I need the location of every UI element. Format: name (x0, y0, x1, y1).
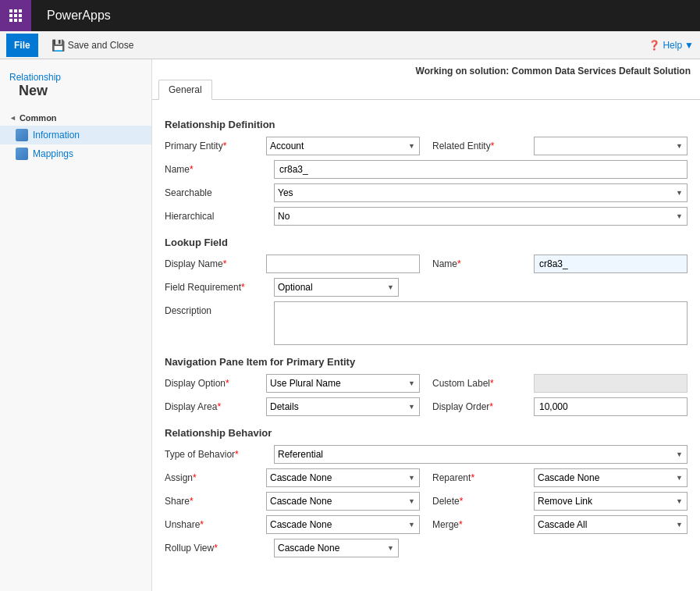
field-requirement-row: Field Requirement* Optional Business Req… (165, 278, 688, 297)
searchable-select[interactable]: Yes No (274, 183, 688, 202)
custom-label-input[interactable] (534, 374, 688, 393)
tabs: General (152, 80, 700, 100)
related-entity-label: Related Entity* (432, 137, 534, 155)
share-select-wrapper: Cascade None Cascade All (266, 492, 420, 511)
display-option-select[interactable]: Use Plural Name Use Custom Label Do Not … (266, 374, 420, 393)
svg-rect-1 (14, 9, 17, 12)
related-entity-col: Related Entity* (432, 137, 688, 155)
sidebar-section-title[interactable]: Common (0, 110, 151, 126)
reparent-label: Reparent* (432, 468, 534, 487)
navigation-pane-title: Navigation Pane Item for Primary Entity (165, 356, 688, 368)
primary-entity-select-wrapper: Account (266, 137, 420, 155)
merge-label: Merge* (432, 515, 534, 534)
description-label: Description (165, 301, 274, 320)
working-on-label: Working on solution: Common Data Service… (152, 59, 700, 80)
name-input[interactable] (274, 160, 688, 179)
display-area-label: Display Area* (165, 397, 266, 416)
lookup-name-col: Name* (432, 255, 688, 273)
name-row: Name* (165, 160, 688, 179)
help-icon: ❓ (648, 40, 660, 51)
save-button[interactable]: 💾 Save and Close (44, 36, 141, 55)
rollup-view-select[interactable]: Cascade None Cascade All (274, 539, 399, 557)
merge-select[interactable]: Cascade All Cascade None (534, 515, 688, 534)
reparent-select[interactable]: Cascade None Cascade All (534, 468, 688, 487)
field-requirement-select[interactable]: Optional Business Required Business Reco… (274, 278, 399, 297)
sidebar-header: Relationship New (0, 67, 151, 107)
display-name-label: Display Name* (165, 255, 266, 273)
lookup-name-label: Name* (432, 255, 534, 273)
delete-label: Delete* (432, 492, 534, 511)
main-panel: Working on solution: Common Data Service… (152, 59, 700, 591)
svg-rect-6 (9, 19, 12, 22)
unshare-select-wrapper: Cascade None Cascade All (266, 515, 420, 534)
share-col: Share* Cascade None Cascade All (165, 492, 420, 511)
display-option-label: Display Option* (165, 374, 266, 393)
type-of-behavior-label: Type of Behavior* (165, 445, 274, 464)
tab-general[interactable]: General (158, 80, 212, 100)
searchable-label: Searchable (165, 183, 274, 202)
display-order-label: Display Order* (432, 397, 534, 416)
information-icon (16, 129, 28, 141)
hierarchical-select-wrapper: No Yes (274, 207, 688, 226)
sidebar-item-mappings[interactable]: Mappings (0, 144, 151, 163)
form-content: Relationship Definition Primary Entity* … (152, 100, 700, 571)
delete-select[interactable]: Remove Link Cascade None Cascade All (534, 492, 688, 511)
relationship-behavior-title: Relationship Behavior (165, 427, 688, 439)
help-chevron-icon: ▼ (684, 40, 694, 51)
display-order-input[interactable] (534, 397, 688, 416)
sidebar-new-title: New (9, 83, 142, 105)
rollup-view-select-wrapper: Cascade None Cascade All (274, 539, 399, 557)
app-grid-button[interactable] (0, 0, 31, 31)
assign-select[interactable]: Cascade None Cascade All (266, 468, 420, 487)
display-order-col: Display Order* (432, 397, 688, 416)
delete-col: Delete* Remove Link Cascade None Cascade… (432, 492, 688, 511)
rollup-view-row: Rollup View* Cascade None Cascade All (165, 539, 688, 557)
display-option-select-wrapper: Use Plural Name Use Custom Label Do Not … (266, 374, 420, 393)
primary-entity-select[interactable]: Account (266, 137, 420, 155)
save-icon: 💾 (52, 39, 65, 52)
sidebar-item-information[interactable]: Information (0, 126, 151, 144)
type-of-behavior-select-wrapper: Referential Parental Configurable Cascad… (274, 445, 688, 464)
file-button[interactable]: File (6, 34, 38, 57)
hierarchical-select[interactable]: No Yes (274, 207, 688, 226)
searchable-select-wrapper: Yes No (274, 183, 688, 202)
assign-label: Assign* (165, 468, 266, 487)
toolbar: File 💾 Save and Close ❓ Help ▼ (0, 31, 700, 59)
svg-rect-4 (14, 14, 17, 17)
related-entity-select-wrapper (534, 137, 688, 155)
svg-rect-2 (19, 9, 22, 12)
sidebar-relationship-link[interactable]: Relationship (9, 72, 142, 83)
app-title: PowerApps (31, 9, 126, 23)
share-select[interactable]: Cascade None Cascade All (266, 492, 420, 511)
unshare-select[interactable]: Cascade None Cascade All (266, 515, 420, 534)
primary-entity-label: Primary Entity* (165, 137, 266, 155)
description-textarea[interactable] (274, 301, 688, 345)
display-name-name-row: Display Name* Name* (165, 255, 688, 273)
share-label: Share* (165, 492, 266, 511)
field-requirement-label: Field Requirement* (165, 278, 274, 297)
reparent-col: Reparent* Cascade None Cascade All (432, 468, 688, 487)
field-requirement-select-wrapper: Optional Business Required Business Reco… (274, 278, 399, 297)
type-of-behavior-select[interactable]: Referential Parental Configurable Cascad… (274, 445, 688, 464)
related-entity-select[interactable] (534, 137, 688, 155)
sidebar: Relationship New Common Information Mapp… (0, 59, 152, 591)
help-label: Help (663, 40, 682, 51)
display-area-select[interactable]: Details Marketing Sales Service (266, 397, 420, 416)
svg-rect-3 (9, 14, 12, 17)
display-name-input[interactable] (266, 255, 420, 273)
assign-select-wrapper: Cascade None Cascade All (266, 468, 420, 487)
display-area-order-row: Display Area* Details Marketing Sales Se… (165, 397, 688, 416)
sidebar-item-mappings-label: Mappings (33, 148, 73, 159)
sidebar-item-information-label: Information (33, 130, 80, 141)
share-delete-row: Share* Cascade None Cascade All Delete* (165, 492, 688, 511)
svg-rect-8 (19, 19, 22, 22)
unshare-merge-row: Unshare* Cascade None Cascade All Merge* (165, 515, 688, 534)
description-row: Description (165, 301, 688, 345)
hierarchical-label: Hierarchical (165, 207, 274, 226)
display-option-col: Display Option* Use Plural Name Use Cust… (165, 374, 420, 393)
delete-select-wrapper: Remove Link Cascade None Cascade All (534, 492, 688, 511)
merge-col: Merge* Cascade All Cascade None (432, 515, 688, 534)
help-button[interactable]: ❓ Help ▼ (648, 40, 694, 51)
custom-label-label: Custom Label* (432, 374, 534, 393)
lookup-name-input[interactable] (534, 255, 688, 273)
